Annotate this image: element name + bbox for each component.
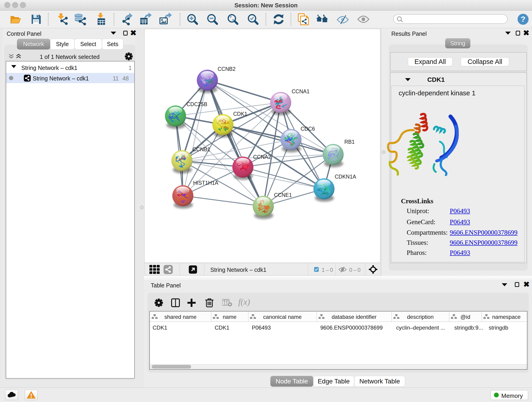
svg-text:CCNE1: CCNE1 [274, 192, 292, 198]
svg-text:CDC25B: CDC25B [186, 101, 207, 107]
svg-text:CDC6: CDC6 [301, 126, 315, 132]
svg-text:CDKN1A: CDKN1A [335, 174, 356, 180]
svg-text:CCNA1: CCNA1 [292, 89, 310, 95]
svg-text:?: ? [521, 15, 526, 23]
svg-text:CCNB2: CCNB2 [218, 66, 235, 72]
svg-text:CCNA2: CCNA2 [253, 154, 271, 160]
svg-text:CCNB1: CCNB1 [192, 147, 210, 153]
svg-text:HIST1H1A: HIST1H1A [193, 180, 219, 186]
svg-text:CDK1: CDK1 [233, 111, 247, 117]
svg-text:RB1: RB1 [344, 139, 355, 145]
